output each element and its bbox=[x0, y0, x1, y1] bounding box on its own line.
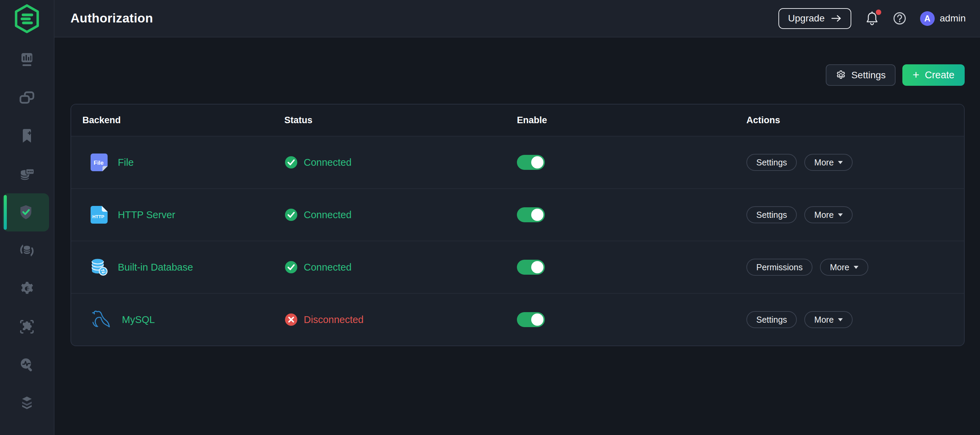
row-settings-label: Settings bbox=[756, 315, 787, 325]
column-header-enable: Enable bbox=[517, 115, 746, 125]
help-button[interactable] bbox=[893, 11, 907, 25]
row-settings-button[interactable]: Settings bbox=[746, 206, 797, 223]
http-backend-icon: HTTP bbox=[91, 206, 108, 224]
svg-text:File: File bbox=[94, 160, 103, 166]
row-settings-label: Settings bbox=[756, 157, 787, 167]
row-more-label: More bbox=[830, 262, 849, 272]
row-permissions-button[interactable]: Permissions bbox=[746, 259, 813, 276]
enable-toggle[interactable] bbox=[517, 260, 545, 275]
disconnected-status-icon bbox=[284, 313, 298, 326]
row-settings-button[interactable]: Settings bbox=[746, 311, 797, 328]
row-more-button[interactable]: More bbox=[820, 259, 868, 276]
sidebar-item-dashboard[interactable] bbox=[0, 41, 54, 79]
gear-icon bbox=[835, 70, 846, 80]
backend-name-link[interactable]: Built-in Database bbox=[118, 262, 193, 273]
chevron-down-icon bbox=[854, 266, 858, 269]
status-text: Connected bbox=[304, 262, 352, 273]
page-settings-label: Settings bbox=[851, 70, 886, 81]
gear-config-icon bbox=[18, 280, 35, 297]
status-text: Connected bbox=[304, 157, 352, 168]
sidebar-item-layers[interactable] bbox=[0, 384, 54, 422]
bookmark-plus-icon bbox=[18, 128, 35, 144]
row-more-button[interactable]: More bbox=[804, 154, 853, 171]
row-settings-label: Settings bbox=[756, 210, 787, 220]
upgrade-label: Upgrade bbox=[788, 13, 824, 24]
page-settings-button[interactable]: Settings bbox=[826, 64, 896, 86]
row-settings-button[interactable]: Settings bbox=[746, 154, 797, 171]
plus-icon: + bbox=[913, 69, 920, 80]
status-text: Connected bbox=[304, 210, 352, 221]
sidebar-item-bookmarks[interactable] bbox=[0, 117, 54, 155]
file-backend-icon: File bbox=[91, 154, 108, 171]
sidebar-item-plugins[interactable] bbox=[0, 308, 54, 346]
overlap-windows-icon bbox=[18, 89, 35, 106]
row-more-button[interactable]: More bbox=[804, 311, 853, 328]
backend-name-link[interactable]: MySQL bbox=[122, 314, 155, 325]
chevron-down-icon bbox=[838, 161, 843, 164]
sidebar-item-database-sync[interactable] bbox=[0, 232, 54, 270]
page-title: Authorization bbox=[70, 11, 153, 25]
table-header-row: Backend Status Enable Actions bbox=[71, 105, 964, 136]
column-header-status: Status bbox=[284, 115, 517, 125]
backend-name-link[interactable]: HTTP Server bbox=[118, 210, 175, 221]
chevron-down-icon bbox=[838, 213, 843, 216]
topbar: Authorization Upgrade bbox=[54, 0, 980, 37]
sidebar-item-database-chat[interactable] bbox=[0, 155, 54, 193]
topbar-actions: Upgrade A bbox=[778, 8, 966, 29]
svg-text:HTTP: HTTP bbox=[92, 214, 104, 219]
backend-name-link[interactable]: File bbox=[118, 157, 134, 168]
table-row: File File Connected Settings More bbox=[71, 136, 964, 188]
search-pulse-icon bbox=[18, 356, 35, 373]
arrow-right-icon bbox=[831, 14, 842, 22]
main-area: Authorization Upgrade bbox=[54, 0, 980, 435]
connected-status-icon bbox=[284, 156, 298, 169]
page-toolbar: Settings + Create bbox=[70, 64, 965, 86]
avatar: A bbox=[920, 11, 935, 26]
hexagon-list-logo-icon bbox=[14, 4, 40, 34]
content: Settings + Create Backend Status Enable … bbox=[54, 37, 980, 435]
database-chat-icon bbox=[18, 166, 35, 183]
toggle-knob bbox=[531, 209, 544, 221]
connected-status-icon bbox=[284, 260, 298, 274]
shield-check-icon bbox=[18, 204, 34, 221]
notification-badge-dot bbox=[876, 10, 881, 15]
help-circle-icon bbox=[893, 11, 907, 25]
status-text: Disconnected bbox=[304, 314, 364, 325]
column-header-backend: Backend bbox=[83, 115, 284, 125]
row-more-label: More bbox=[814, 157, 834, 167]
chevron-down-icon bbox=[838, 318, 843, 321]
connected-status-icon bbox=[284, 208, 298, 222]
active-accent-bar bbox=[4, 195, 7, 230]
create-label: Create bbox=[925, 70, 955, 81]
app-logo[interactable] bbox=[0, 0, 54, 37]
sidebar-item-monitoring[interactable] bbox=[0, 346, 54, 384]
row-more-label: More bbox=[814, 315, 834, 325]
layers-icon bbox=[18, 394, 35, 411]
row-permissions-label: Permissions bbox=[756, 262, 803, 272]
mysql-dolphin-icon bbox=[91, 310, 112, 330]
toggle-knob bbox=[531, 156, 544, 168]
row-more-button[interactable]: More bbox=[804, 206, 853, 223]
bar-chart-panel-icon bbox=[18, 51, 35, 68]
table-row: HTTP HTTP Server Connected Settings bbox=[71, 188, 964, 241]
enable-toggle[interactable] bbox=[517, 312, 545, 327]
enable-toggle[interactable] bbox=[517, 207, 545, 222]
toggle-knob bbox=[531, 313, 544, 326]
sidebar-item-authorization[interactable] bbox=[3, 193, 49, 232]
table-row: Built-in Database Connected Permissions … bbox=[71, 241, 964, 293]
notifications-button[interactable] bbox=[865, 11, 879, 26]
sidebar-item-applications[interactable] bbox=[0, 79, 54, 117]
sidebar-item-config[interactable] bbox=[0, 270, 54, 308]
backends-table: Backend Status Enable Actions File File bbox=[70, 104, 965, 346]
puzzle-scan-icon bbox=[18, 318, 35, 335]
user-menu[interactable]: A admin bbox=[920, 11, 966, 26]
sidebar bbox=[0, 0, 54, 435]
table-row: MySQL Disconnected Settings More bbox=[71, 293, 964, 346]
enable-toggle[interactable] bbox=[517, 155, 545, 170]
create-button[interactable]: + Create bbox=[902, 64, 965, 86]
column-header-actions: Actions bbox=[746, 115, 953, 125]
builtin-database-icon bbox=[91, 258, 108, 276]
upgrade-button[interactable]: Upgrade bbox=[778, 8, 851, 29]
database-sync-icon bbox=[18, 242, 35, 259]
sidebar-nav bbox=[0, 37, 54, 422]
